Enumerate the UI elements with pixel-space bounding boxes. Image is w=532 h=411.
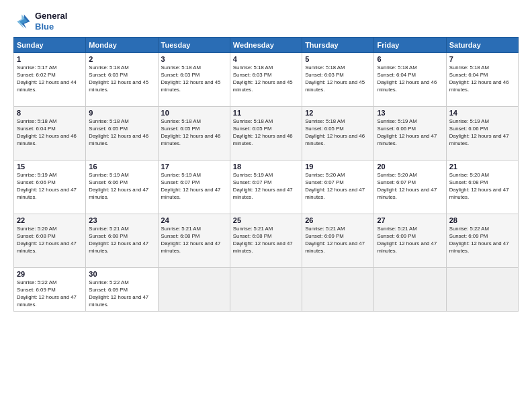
day-info: Sunrise: 5:19 AM Sunset: 6:06 PM Dayligh… — [89, 172, 154, 201]
calendar-cell: 18 Sunrise: 5:19 AM Sunset: 6:07 PM Dayl… — [230, 161, 302, 214]
daylight-label: Daylight: 12 hours and 47 minutes. — [89, 294, 148, 308]
calendar-cell — [374, 268, 446, 312]
sunset-label: Sunset: 6:08 PM — [17, 233, 56, 239]
daylight-label: Daylight: 12 hours and 47 minutes. — [17, 240, 77, 254]
sunset-label: Sunset: 6:08 PM — [161, 233, 200, 239]
day-number: 17 — [161, 163, 227, 171]
week-row-2: 8 Sunrise: 5:18 AM Sunset: 6:04 PM Dayli… — [14, 107, 519, 161]
day-info: Sunrise: 5:20 AM Sunset: 6:08 PM Dayligh… — [17, 226, 83, 255]
calendar-cell — [158, 268, 230, 312]
sunrise-label: Sunrise: 5:19 AM — [161, 172, 201, 178]
daylight-label: Daylight: 12 hours and 45 minutes. — [89, 79, 148, 93]
calendar-cell: 14 Sunrise: 5:19 AM Sunset: 6:06 PM Dayl… — [446, 107, 518, 161]
daylight-label: Daylight: 12 hours and 46 minutes. — [161, 133, 221, 146]
sunrise-label: Sunrise: 5:18 AM — [89, 64, 128, 71]
day-info: Sunrise: 5:18 AM Sunset: 6:03 PM Dayligh… — [305, 64, 371, 94]
day-info: Sunrise: 5:18 AM Sunset: 6:03 PM Dayligh… — [161, 64, 227, 94]
day-number: 10 — [161, 109, 227, 117]
page: General Blue SundayMondayTuesdayWednesda… — [0, 0, 532, 411]
sunrise-label: Sunrise: 5:21 AM — [161, 226, 201, 232]
sunrise-label: Sunrise: 5:17 AM — [17, 64, 56, 71]
sunset-label: Sunset: 6:08 PM — [89, 233, 128, 239]
calendar-cell: 15 Sunrise: 5:19 AM Sunset: 6:06 PM Dayl… — [14, 161, 86, 214]
day-info: Sunrise: 5:20 AM Sunset: 6:07 PM Dayligh… — [305, 172, 371, 201]
calendar-cell: 16 Sunrise: 5:19 AM Sunset: 6:06 PM Dayl… — [86, 161, 158, 214]
week-row-4: 22 Sunrise: 5:20 AM Sunset: 6:08 PM Dayl… — [14, 214, 519, 268]
week-row-1: 1 Sunrise: 5:17 AM Sunset: 6:02 PM Dayli… — [14, 53, 519, 107]
daylight-label: Daylight: 12 hours and 47 minutes. — [89, 187, 148, 200]
day-number: 4 — [233, 55, 299, 63]
sunset-label: Sunset: 6:07 PM — [305, 179, 344, 185]
sunset-label: Sunset: 6:05 PM — [233, 126, 272, 132]
sunrise-label: Sunrise: 5:18 AM — [305, 64, 345, 71]
sunrise-label: Sunrise: 5:18 AM — [233, 118, 273, 124]
daylight-label: Daylight: 12 hours and 47 minutes. — [449, 187, 509, 200]
daylight-label: Daylight: 12 hours and 46 minutes. — [449, 79, 509, 93]
calendar-cell: 24 Sunrise: 5:21 AM Sunset: 6:08 PM Dayl… — [158, 214, 230, 268]
daylight-label: Daylight: 12 hours and 47 minutes. — [161, 240, 221, 254]
day-number: 16 — [89, 163, 154, 171]
sunset-label: Sunset: 6:07 PM — [377, 179, 416, 185]
sunrise-label: Sunrise: 5:19 AM — [377, 118, 416, 124]
sunrise-label: Sunrise: 5:20 AM — [17, 226, 56, 232]
sunrise-label: Sunrise: 5:22 AM — [89, 279, 128, 285]
day-number: 3 — [161, 55, 227, 63]
calendar-cell — [302, 268, 374, 312]
day-number: 20 — [377, 163, 443, 171]
day-number: 26 — [305, 216, 371, 224]
daylight-label: Daylight: 12 hours and 46 minutes. — [305, 133, 365, 146]
calendar-cell: 29 Sunrise: 5:22 AM Sunset: 6:09 PM Dayl… — [14, 268, 86, 312]
sunrise-label: Sunrise: 5:19 AM — [233, 172, 273, 178]
daylight-label: Daylight: 12 hours and 47 minutes. — [17, 187, 77, 200]
logo-icon — [13, 12, 32, 31]
calendar-cell — [446, 268, 518, 312]
day-number: 25 — [233, 216, 299, 224]
day-number: 24 — [161, 216, 227, 224]
day-number: 5 — [305, 55, 371, 63]
day-number: 22 — [17, 216, 83, 224]
daylight-label: Daylight: 12 hours and 45 minutes. — [161, 79, 221, 93]
daylight-label: Daylight: 12 hours and 45 minutes. — [233, 79, 293, 93]
calendar-cell: 4 Sunrise: 5:18 AM Sunset: 6:03 PM Dayli… — [230, 53, 302, 107]
sunset-label: Sunset: 6:03 PM — [305, 72, 344, 78]
week-row-5: 29 Sunrise: 5:22 AM Sunset: 6:09 PM Dayl… — [14, 268, 519, 312]
day-number: 19 — [305, 163, 371, 171]
day-info: Sunrise: 5:19 AM Sunset: 6:07 PM Dayligh… — [233, 172, 299, 201]
calendar-cell: 22 Sunrise: 5:20 AM Sunset: 6:08 PM Dayl… — [14, 214, 86, 268]
sunrise-label: Sunrise: 5:22 AM — [449, 226, 489, 232]
day-info: Sunrise: 5:18 AM Sunset: 6:05 PM Dayligh… — [305, 118, 371, 148]
daylight-label: Daylight: 12 hours and 47 minutes. — [89, 240, 148, 254]
sunrise-label: Sunrise: 5:20 AM — [377, 172, 416, 178]
sunset-label: Sunset: 6:03 PM — [161, 72, 200, 78]
day-info: Sunrise: 5:21 AM Sunset: 6:08 PM Dayligh… — [233, 226, 299, 255]
day-info: Sunrise: 5:20 AM Sunset: 6:07 PM Dayligh… — [377, 172, 443, 201]
day-number: 2 — [89, 55, 154, 63]
day-info: Sunrise: 5:21 AM Sunset: 6:08 PM Dayligh… — [161, 226, 227, 255]
day-info: Sunrise: 5:21 AM Sunset: 6:08 PM Dayligh… — [89, 226, 154, 255]
sunrise-label: Sunrise: 5:18 AM — [161, 118, 201, 124]
sunrise-label: Sunrise: 5:18 AM — [449, 64, 489, 71]
logo-general: General — [35, 11, 67, 21]
daylight-label: Daylight: 12 hours and 46 minutes. — [377, 79, 437, 93]
sunrise-label: Sunrise: 5:22 AM — [17, 279, 56, 285]
weekday-header-friday: Friday — [374, 38, 446, 53]
day-info: Sunrise: 5:18 AM Sunset: 6:04 PM Dayligh… — [17, 118, 83, 148]
calendar-cell: 8 Sunrise: 5:18 AM Sunset: 6:04 PM Dayli… — [14, 107, 86, 161]
day-info: Sunrise: 5:18 AM Sunset: 6:05 PM Dayligh… — [233, 118, 299, 148]
day-number: 15 — [17, 163, 83, 171]
weekday-header-sunday: Sunday — [14, 38, 86, 53]
day-info: Sunrise: 5:18 AM Sunset: 6:03 PM Dayligh… — [233, 64, 299, 94]
day-info: Sunrise: 5:18 AM Sunset: 6:04 PM Dayligh… — [449, 64, 515, 94]
sunrise-label: Sunrise: 5:18 AM — [17, 118, 56, 124]
sunset-label: Sunset: 6:04 PM — [449, 72, 488, 78]
calendar-cell: 23 Sunrise: 5:21 AM Sunset: 6:08 PM Dayl… — [86, 214, 158, 268]
sunset-label: Sunset: 6:02 PM — [17, 72, 56, 78]
day-number: 6 — [377, 55, 443, 63]
sunrise-label: Sunrise: 5:18 AM — [89, 118, 128, 124]
sunrise-label: Sunrise: 5:21 AM — [377, 226, 416, 232]
day-number: 13 — [377, 109, 443, 117]
calendar-cell: 28 Sunrise: 5:22 AM Sunset: 6:09 PM Dayl… — [446, 214, 518, 268]
sunrise-label: Sunrise: 5:19 AM — [449, 118, 489, 124]
sunset-label: Sunset: 6:03 PM — [89, 72, 128, 78]
weekday-header-row: SundayMondayTuesdayWednesdayThursdayFrid… — [14, 38, 519, 53]
